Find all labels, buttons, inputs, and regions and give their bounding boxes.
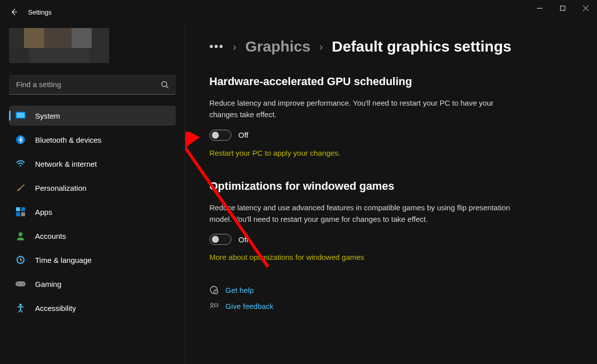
gpu-scheduling-toggle[interactable] bbox=[209, 130, 231, 141]
sidebar-item-bluetooth[interactable]: Bluetooth & devices bbox=[9, 130, 176, 150]
sidebar-item-accounts[interactable]: Accounts bbox=[9, 226, 176, 246]
svg-point-1 bbox=[162, 82, 167, 87]
sidebar-item-personalization[interactable]: Personalization bbox=[9, 178, 176, 198]
minimize-button[interactable] bbox=[528, 0, 551, 16]
svg-rect-3 bbox=[17, 113, 25, 118]
app-title: Settings bbox=[28, 9, 52, 16]
toggle-state-label: Off bbox=[238, 235, 248, 244]
wifi-icon bbox=[15, 158, 26, 169]
clock-icon bbox=[15, 254, 26, 265]
restart-warning: Restart your PC to apply your changes. bbox=[209, 149, 515, 157]
give-feedback-label: Give feedback bbox=[225, 302, 273, 310]
sidebar-item-label: System bbox=[35, 112, 60, 120]
main-content: ••• › Graphics › Default graphics settin… bbox=[185, 24, 597, 364]
breadcrumb-current: Default graphics settings bbox=[332, 38, 511, 55]
windowed-optimizations-toggle[interactable] bbox=[209, 234, 231, 245]
svg-rect-7 bbox=[21, 207, 25, 211]
accessibility-icon bbox=[15, 302, 26, 313]
maximize-button[interactable] bbox=[551, 0, 574, 16]
apps-icon bbox=[15, 206, 26, 217]
sidebar-item-label: Accounts bbox=[35, 232, 66, 240]
sidebar-item-apps[interactable]: Apps bbox=[9, 202, 176, 222]
sidebar-item-accessibility[interactable]: Accessibility bbox=[9, 298, 176, 318]
svg-point-10 bbox=[19, 232, 23, 236]
svg-point-5 bbox=[20, 165, 22, 167]
svg-point-14 bbox=[18, 283, 19, 284]
search-input[interactable] bbox=[16, 80, 161, 89]
svg-rect-8 bbox=[16, 212, 20, 216]
gamepad-icon bbox=[15, 278, 26, 289]
brush-icon bbox=[15, 182, 26, 193]
sidebar-item-system[interactable]: System bbox=[9, 106, 176, 126]
display-icon bbox=[15, 110, 26, 121]
breadcrumb-more[interactable]: ••• bbox=[209, 40, 224, 53]
bluetooth-icon bbox=[15, 134, 26, 145]
toggle-state-label: Off bbox=[238, 131, 248, 139]
back-button[interactable] bbox=[4, 2, 24, 22]
breadcrumb: ••• › Graphics › Default graphics settin… bbox=[209, 38, 587, 55]
svg-rect-13 bbox=[16, 281, 26, 286]
learn-more-link[interactable]: More about optimizations for windowed ga… bbox=[209, 253, 515, 261]
section-desc: Reduce latency and use advanced features… bbox=[209, 202, 515, 225]
section-desc: Reduce latency and improve performance. … bbox=[209, 97, 515, 121]
get-help-link[interactable]: ? Get help bbox=[209, 285, 587, 294]
svg-point-16 bbox=[20, 304, 22, 306]
breadcrumb-graphics[interactable]: Graphics bbox=[245, 38, 311, 55]
search-icon bbox=[161, 81, 169, 89]
close-button[interactable] bbox=[574, 0, 597, 16]
sidebar-item-label: Accessibility bbox=[35, 304, 76, 312]
section-title-gpu: Hardware-accelerated GPU scheduling bbox=[209, 75, 515, 88]
sidebar-item-label: Time & language bbox=[35, 256, 92, 264]
sidebar-item-label: Bluetooth & devices bbox=[35, 136, 102, 144]
sidebar: System Bluetooth & devices Network & int… bbox=[0, 24, 185, 364]
help-icon: ? bbox=[209, 285, 218, 294]
person-icon bbox=[15, 230, 26, 241]
chevron-right-icon: › bbox=[233, 41, 236, 53]
sidebar-item-label: Apps bbox=[35, 208, 52, 216]
svg-rect-9 bbox=[21, 212, 25, 216]
sidebar-item-label: Gaming bbox=[35, 280, 62, 288]
feedback-icon bbox=[209, 301, 218, 310]
sidebar-item-label: Personalization bbox=[35, 184, 87, 192]
svg-rect-6 bbox=[16, 207, 20, 211]
give-feedback-link[interactable]: Give feedback bbox=[209, 301, 587, 310]
profile-block bbox=[9, 24, 176, 67]
svg-point-15 bbox=[23, 283, 24, 284]
chevron-right-icon: › bbox=[320, 41, 323, 53]
sidebar-item-time-language[interactable]: Time & language bbox=[9, 250, 176, 270]
search-box[interactable] bbox=[9, 75, 176, 95]
svg-point-20 bbox=[211, 303, 213, 306]
sidebar-item-label: Network & internet bbox=[35, 160, 97, 168]
section-title-windowed: Optimizations for windowed games bbox=[209, 180, 515, 193]
sidebar-item-network[interactable]: Network & internet bbox=[9, 154, 176, 174]
sidebar-item-gaming[interactable]: Gaming bbox=[9, 274, 176, 294]
svg-rect-21 bbox=[214, 304, 218, 306]
get-help-label: Get help bbox=[225, 286, 254, 294]
svg-rect-0 bbox=[560, 6, 565, 11]
